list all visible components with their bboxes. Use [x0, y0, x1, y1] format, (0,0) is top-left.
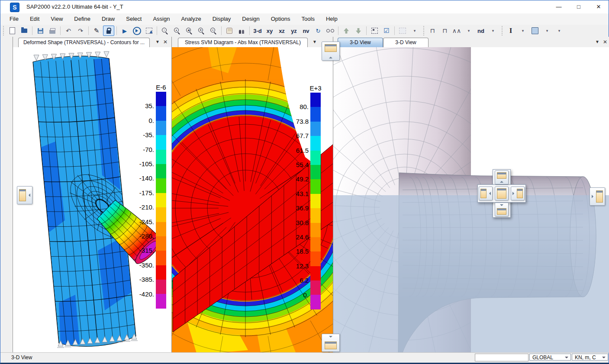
menu-design[interactable]: Design	[236, 13, 265, 25]
open-file-button[interactable]	[19, 26, 30, 36]
view-3d-button[interactable]: 3-d	[252, 26, 263, 36]
stress-svm-canvas[interactable]: E+380.73.867.761.555.449.243.136.930.824…	[172, 47, 333, 353]
run-analysis-button[interactable]: ▶	[119, 26, 130, 36]
menu-file[interactable]: File	[4, 13, 24, 25]
separator	[157, 26, 157, 35]
tab-3d-view-1[interactable]: 3-D View	[338, 38, 383, 47]
menu-view[interactable]: View	[45, 13, 68, 25]
set-display-options-button[interactable]: ☑	[381, 26, 392, 36]
dock-center-button[interactable]	[495, 187, 509, 200]
view-xy-button[interactable]: xy	[264, 26, 275, 36]
arrow-left-icon	[29, 193, 30, 197]
tab-deformed-shape[interactable]: Deformed Shape (TRANSVERSAL) - Contours …	[18, 38, 150, 47]
stress-tab-caret-icon[interactable]: ▼	[311, 38, 318, 46]
shrink-objects-button[interactable]	[236, 26, 247, 36]
show-assigns-more-button[interactable]: ▾	[409, 26, 420, 36]
view-xz-button[interactable]: xz	[276, 26, 287, 36]
frame-braced-button[interactable]: ⊓	[439, 26, 450, 36]
new-model-button[interactable]	[6, 26, 18, 36]
run-deformed-button[interactable]	[131, 26, 142, 36]
print-button[interactable]	[47, 26, 58, 36]
save-model-button[interactable]	[35, 26, 46, 36]
deformed-tab-close-icon[interactable]: ✕	[162, 38, 169, 46]
contour-color-block	[156, 193, 166, 207]
deformed-tab-caret-icon[interactable]: ▼	[154, 38, 161, 46]
perspective-toggle-button[interactable]	[325, 26, 336, 36]
view-nv-button[interactable]: nv	[300, 26, 312, 36]
template-nd-more-button[interactable]: ▾	[487, 26, 499, 36]
zoom-previous-button[interactable]: ◂	[184, 26, 195, 36]
minimize-button[interactable]: —	[549, 0, 569, 13]
show-undeformed-button[interactable]	[143, 26, 155, 36]
maximize-button[interactable]: □	[569, 0, 589, 13]
lock-model-button[interactable]	[103, 26, 114, 36]
scale-exponent: E-6	[151, 84, 171, 91]
move-up-in-list-button[interactable]	[341, 26, 352, 36]
menu-help[interactable]: Help	[320, 13, 343, 25]
template-nd-button[interactable]: nd	[475, 26, 487, 36]
split-top-pane-button[interactable]	[322, 42, 340, 61]
view-yz-button[interactable]: yz	[288, 26, 300, 36]
split-right-pane-button[interactable]	[590, 187, 605, 206]
scale-label: -210.	[122, 204, 154, 211]
move-down-in-list-button[interactable]	[353, 26, 364, 36]
frame-section-button[interactable]: I	[505, 26, 516, 36]
separator	[32, 26, 32, 35]
menu-tools[interactable]: Tools	[296, 13, 320, 25]
menu-select[interactable]: Select	[120, 13, 147, 25]
undo-button[interactable]: ↶	[63, 26, 74, 36]
contour-color-block	[310, 223, 321, 237]
dock-left-button[interactable]	[479, 187, 493, 200]
area-section-more-button[interactable]: ▾	[541, 26, 553, 36]
contour-color-block	[310, 194, 321, 208]
lock-model-icon	[106, 30, 111, 34]
split-left-pane-button[interactable]	[17, 186, 32, 204]
separator	[221, 26, 222, 35]
deformed-shape-canvas[interactable]: E-635.0.-35.-70.-105.-140.-175.-210.-245…	[13, 47, 171, 353]
frame-truss-more-button[interactable]: ▾	[463, 26, 474, 36]
view3d-canvas[interactable]	[333, 47, 609, 353]
units-select[interactable]: KN, m, C	[572, 354, 608, 361]
tab-3d-view-2[interactable]: 3-D View	[383, 38, 429, 47]
redo-button[interactable]: ↷	[75, 26, 86, 36]
menu-draw[interactable]: Draw	[96, 13, 120, 25]
menu-analyze[interactable]: Analyze	[175, 13, 206, 25]
dock-top-button[interactable]	[495, 171, 509, 184]
tab-stress-svm[interactable]: Stress SVM Diagram - Abs Max (TRANSVERSA…	[178, 38, 308, 47]
menu-display[interactable]: Display	[207, 13, 237, 25]
scale-label: 6.2	[277, 277, 309, 284]
frame-portal-button[interactable]: ⊓	[427, 26, 438, 36]
zoom-in-button[interactable]: +	[196, 26, 207, 36]
show-assigns-button[interactable]	[397, 26, 408, 36]
split-bottom-pane-button[interactable]	[322, 334, 340, 352]
dock-right-button[interactable]	[511, 187, 525, 200]
frame-truss-button[interactable]: ∧∧	[451, 26, 462, 36]
view3d-tab-close-icon[interactable]: ✕	[602, 38, 609, 46]
pan-button[interactable]	[224, 26, 235, 36]
scale-label: -280.	[122, 233, 154, 240]
draw-pen-button[interactable]: ✎	[91, 26, 102, 36]
dock-bottom-button[interactable]	[495, 203, 509, 216]
contour-color-block	[156, 236, 166, 251]
arrow-up-icon	[500, 181, 503, 183]
zoom-window-button[interactable]: ▫	[159, 26, 171, 36]
area-section-button[interactable]	[529, 26, 541, 36]
view3d-tab-caret-icon[interactable]: ▼	[594, 38, 601, 46]
menu-options[interactable]: Options	[265, 13, 296, 25]
menu-assign[interactable]: Assign	[147, 13, 175, 25]
select-window-button[interactable]	[369, 26, 380, 36]
more-tools-button[interactable]: ▾	[554, 26, 565, 36]
frame-section-more-button[interactable]: ▾	[517, 26, 528, 36]
separator	[366, 26, 367, 35]
zoom-restore-button[interactable]: •	[171, 26, 183, 36]
zoom-out-button[interactable]: −	[208, 26, 219, 36]
menu-edit[interactable]: Edit	[24, 13, 45, 25]
panel-stress-svm: Stress SVM Diagram - Abs Max (TRANSVERSA…	[171, 37, 333, 353]
rotate-3d-view-button[interactable]: ↻	[313, 26, 324, 36]
contour-color-block	[310, 93, 321, 107]
close-button[interactable]: ✕	[589, 0, 609, 13]
status-message-box	[475, 354, 528, 361]
coordinate-system-select[interactable]: GLOBAL	[529, 354, 571, 361]
menu-define[interactable]: Define	[68, 13, 96, 25]
contour-color-block	[156, 207, 166, 222]
